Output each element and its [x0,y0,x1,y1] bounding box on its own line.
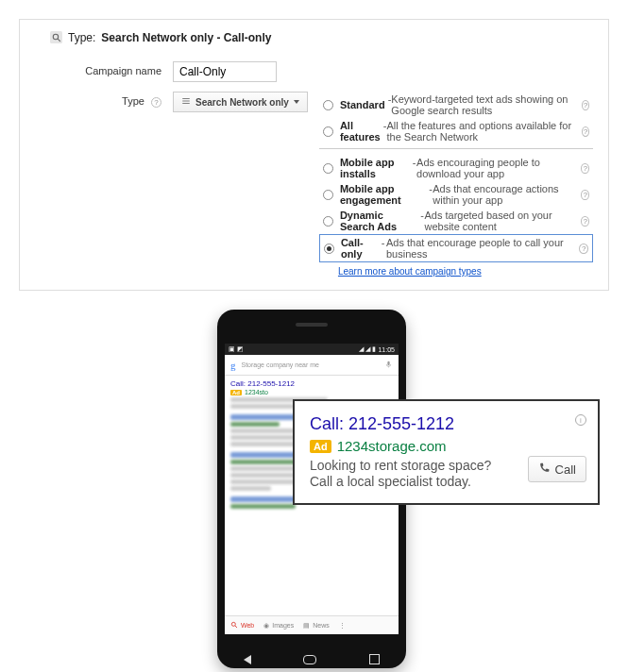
svg-line-6 [235,626,237,628]
search-input: Storage company near me [242,361,380,368]
type-header: Type: Search Network only - Call-only [50,31,593,44]
help-icon[interactable]: ? [581,163,589,174]
results-tabbar: Web ◉ Images ▤ News ⋮ [225,615,399,634]
type-label: Type: [68,31,95,44]
radio-icon [323,126,333,137]
help-icon[interactable]: ? [582,126,589,137]
camera-icon: ▣ [229,345,235,353]
option-dsa[interactable]: Dynamic Search Ads - Ads targeted based … [319,208,593,234]
camera-icon: ◉ [263,622,269,630]
back-icon[interactable] [244,655,251,664]
type-select-label: Search Network only [195,97,289,108]
type-row: Type ? Search Network only Standard - Ke… [50,92,593,277]
tab-images[interactable]: ◉ Images [263,622,294,630]
help-icon[interactable]: ? [581,216,589,227]
mic-icon[interactable] [384,359,393,371]
ad-call-preview: Call: 212-555-1212 [230,379,393,388]
battery-icon: ▮ [372,345,376,353]
svg-rect-4 [387,361,389,366]
tab-more[interactable]: ⋮ [339,622,346,630]
chevron-down-icon [294,100,299,104]
radio-icon [323,216,333,227]
signal-icon: ◢ [365,345,370,353]
wifi-icon: ◢ [359,345,364,353]
svg-point-5 [231,622,235,626]
ad-display-url[interactable]: 1234storage.com [337,438,447,454]
type-value: Search Network only - Call-only [101,31,271,44]
help-icon[interactable]: ? [582,100,589,110]
network-icon [181,96,191,108]
option-app-installs[interactable]: Mobile app installs - Ads encouraging pe… [319,155,593,181]
android-nav [217,654,406,664]
news-icon: ▤ [303,622,310,630]
recent-icon[interactable] [369,654,380,664]
status-bar: ▣ ◩ ◢ ◢ ▮ 11:05 [225,344,399,355]
ad-badge: Ad [310,440,331,453]
option-call-only[interactable]: Call-only - Ads that encourage people to… [319,234,593,262]
radio-icon [323,163,333,174]
campaign-name-label: Campaign name [50,61,173,76]
clock: 11:05 [378,346,395,353]
info-icon[interactable]: i [575,414,586,426]
option-app-engagement[interactable]: Mobile app engagement - Ads that encoura… [319,181,593,208]
phone-preview: ▣ ◩ ◢ ◢ ▮ 11:05 g Storage company near m… [0,310,628,672]
help-icon[interactable]: ? [581,190,589,200]
radio-icon [323,190,333,200]
app-icon: ◩ [237,345,244,353]
google-logo-icon: g [230,360,236,371]
ad-badge-small: Ad [230,390,242,395]
type-label-field: Type ? [50,92,173,108]
ad-url-small: 1234sto [245,389,268,395]
ad-description-2: Call a local specialist today. [310,474,518,490]
subtype-options: Standard - Keyword-targeted text ads sho… [308,92,593,277]
learn-more-link[interactable]: Learn more about campaign types [338,266,482,277]
call-button[interactable]: Call [528,456,586,482]
svg-rect-0 [50,31,62,43]
campaign-settings-card: Type: Search Network only - Call-only Ca… [19,19,609,291]
radio-selected-icon [324,244,334,254]
campaign-name-row: Campaign name [50,61,593,82]
help-icon[interactable]: ? [151,97,161,108]
divider [319,148,593,149]
ad-callout: Call: 212-555-1212 Ad 1234storage.com Lo… [293,399,600,505]
help-icon[interactable]: ? [579,244,588,254]
campaign-name-input[interactable] [173,61,277,82]
option-all-features[interactable]: All features - All the features and opti… [319,118,593,144]
search-bar[interactable]: g Storage company near me [225,355,399,376]
radio-icon [323,100,333,110]
home-icon[interactable] [303,655,316,664]
phone-speaker [296,323,328,327]
search-icon [230,621,238,630]
type-select[interactable]: Search Network only [173,92,308,112]
tab-web[interactable]: Web [230,621,254,630]
tab-news[interactable]: ▤ News [303,622,330,630]
magnifier-icon [50,31,62,43]
option-standard[interactable]: Standard - Keyword-targeted text ads sho… [319,92,593,118]
phone-icon [538,462,551,477]
ad-headline[interactable]: Call: 212-555-1212 [310,414,518,434]
call-button-label: Call [555,462,576,477]
ad-description-1: Looking to rent storage space? [310,458,518,474]
